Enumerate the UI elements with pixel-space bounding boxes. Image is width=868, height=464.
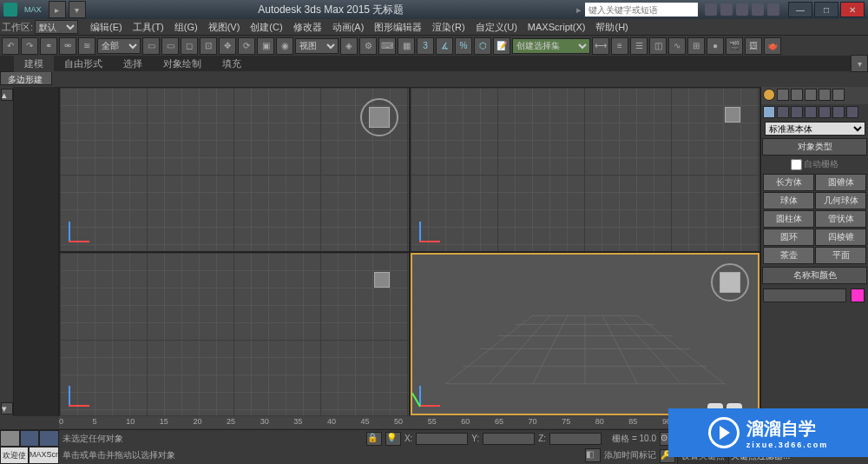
snap-toggle-button[interactable]: ▦	[398, 37, 415, 55]
category-select[interactable]: 标准基本体	[765, 122, 865, 136]
tab-selection[interactable]: 选择	[113, 56, 153, 72]
create-tab-icon[interactable]	[763, 106, 775, 118]
workspace-selector[interactable]: ▸ ▾	[49, 1, 86, 18]
mirror-button[interactable]: ⟷	[592, 37, 609, 55]
tab-populate[interactable]: 填充	[212, 56, 252, 72]
align-button[interactable]: ≡	[611, 37, 628, 55]
prim-tube[interactable]: 管状体	[815, 210, 866, 228]
autogrid-checkbox[interactable]	[791, 159, 802, 170]
tab-freeform[interactable]: 自由形式	[54, 56, 113, 72]
ribbon-panel-label[interactable]: 多边形建模	[0, 71, 52, 85]
time-tag-button[interactable]: ◧	[585, 448, 601, 462]
viewport-perspective[interactable]	[411, 253, 760, 416]
keyboard-shortcut-button[interactable]: ⌨	[378, 37, 396, 55]
material-editor-button[interactable]: ●	[707, 37, 724, 55]
render-button[interactable]: 🫖	[764, 37, 781, 55]
pivot-center-button[interactable]: ◈	[340, 37, 358, 55]
maximize-button[interactable]: □	[814, 2, 838, 17]
edged-icon[interactable]	[805, 89, 817, 101]
rollout-object-type[interactable]: 对象类型	[762, 138, 867, 156]
select-rect-button[interactable]: ◻	[181, 37, 198, 55]
layout-btn-2[interactable]	[20, 430, 40, 447]
prim-cone[interactable]: 圆锥体	[815, 174, 866, 191]
hierarchy-tab-icon[interactable]	[791, 106, 803, 118]
viewcube[interactable]	[725, 107, 740, 123]
select-scale-button[interactable]: ▣	[257, 37, 274, 55]
light-icon[interactable]	[763, 89, 775, 101]
display-tab-icon[interactable]	[819, 106, 831, 118]
x-input[interactable]	[416, 433, 468, 445]
star-icon[interactable]	[767, 3, 779, 16]
selection-filter[interactable]: 全部	[97, 38, 141, 54]
menu-create[interactable]: 创建(C)	[245, 21, 287, 34]
viewport-left[interactable]	[60, 253, 409, 416]
search-icon[interactable]	[705, 3, 717, 16]
viewcube[interactable]	[720, 272, 740, 293]
shading-icon[interactable]	[791, 89, 803, 101]
unlink-button[interactable]: ⚮	[59, 37, 76, 55]
maxscript-label[interactable]: MAXScr	[29, 447, 59, 464]
manipulate-button[interactable]: ⚙	[359, 37, 377, 55]
ribbon-collapse-button[interactable]: ▾	[851, 55, 868, 72]
named-selection-set[interactable]: 创建选择集	[512, 38, 590, 54]
spinner-snap-button[interactable]: %	[455, 37, 472, 55]
hammer-icon[interactable]	[832, 89, 845, 101]
bind-spacewarp-button[interactable]: ≋	[78, 37, 95, 55]
object-name-input[interactable]	[763, 288, 846, 302]
menu-edit[interactable]: 编辑(E)	[85, 21, 128, 34]
schematic-button[interactable]: ⊞	[687, 37, 705, 55]
time-ruler[interactable]: 0 5 10 15 20 25 30 35 40 45 50 55 60 65 …	[59, 416, 668, 428]
layers-button[interactable]: ☰	[630, 37, 648, 55]
select-place-button[interactable]: ◉	[276, 37, 293, 55]
menu-tools[interactable]: 工具(T)	[128, 21, 169, 34]
viewport-top[interactable]	[60, 88, 409, 251]
redo-button[interactable]: ↷	[21, 37, 38, 55]
signin-icon[interactable]	[720, 3, 733, 16]
layout-btn-1[interactable]	[0, 430, 20, 447]
menu-modifiers[interactable]: 修改器	[288, 21, 327, 34]
menu-views[interactable]: 视图(V)	[203, 21, 246, 34]
prim-pyramid[interactable]: 四棱锥	[815, 229, 866, 246]
menu-customize[interactable]: 自定义(U)	[470, 21, 523, 34]
graphite-button[interactable]: ◫	[649, 37, 667, 55]
menu-grapheditors[interactable]: 图形编辑器	[369, 21, 427, 34]
render-frame-button[interactable]: 🖼	[745, 37, 762, 55]
select-object-button[interactable]: ▭	[142, 37, 160, 55]
menu-animation[interactable]: 动画(A)	[327, 21, 370, 34]
scene-explorer-panel[interactable]	[14, 87, 59, 416]
select-rotate-button[interactable]: ⟳	[238, 37, 255, 55]
workspace-select[interactable]: 默认	[35, 20, 78, 34]
prim-torus[interactable]: 圆环	[763, 229, 814, 246]
select-name-button[interactable]: ▭	[161, 37, 179, 55]
z-input[interactable]	[549, 433, 602, 445]
curve-editor-button[interactable]: ∿	[668, 37, 686, 55]
close-button[interactable]: ✕	[840, 2, 865, 17]
systems-tab-icon[interactable]	[846, 106, 858, 118]
isolate-button[interactable]: 💡	[385, 432, 401, 446]
prim-plane[interactable]: 平面	[815, 247, 866, 264]
utilities-tab-icon[interactable]	[832, 106, 845, 118]
exchange-icon[interactable]	[736, 3, 748, 16]
edged-faces-button[interactable]: ⬡	[474, 37, 491, 55]
app-icon[interactable]	[3, 3, 17, 17]
viewcube[interactable]	[374, 272, 390, 288]
menu-maxscript[interactable]: MAXScript(X)	[523, 22, 591, 32]
welcome-label[interactable]: 欢迎使用	[0, 447, 29, 464]
viewport-front[interactable]	[411, 88, 760, 251]
menu-help[interactable]: 帮助(H)	[590, 21, 633, 34]
motion-tab-icon[interactable]	[805, 106, 817, 118]
panel-down-button[interactable]: ▾	[1, 402, 13, 414]
camera-icon[interactable]	[777, 89, 789, 101]
search-input[interactable]	[585, 3, 698, 17]
menu-group[interactable]: 组(G)	[169, 21, 203, 34]
y-input[interactable]	[483, 433, 535, 445]
angle-snap-button[interactable]: 3	[417, 37, 434, 55]
editnamed-button[interactable]: 📝	[493, 37, 510, 55]
panel-up-button[interactable]: ▴	[1, 89, 13, 101]
prim-teapot[interactable]: 茶壶	[763, 247, 814, 264]
tab-objectpaint[interactable]: 对象绘制	[153, 56, 212, 72]
ref-coord-select[interactable]: 视图	[295, 38, 339, 54]
tab-modeling[interactable]: 建模	[14, 56, 54, 72]
gear-icon[interactable]	[819, 89, 831, 101]
help-icon[interactable]	[752, 3, 764, 16]
